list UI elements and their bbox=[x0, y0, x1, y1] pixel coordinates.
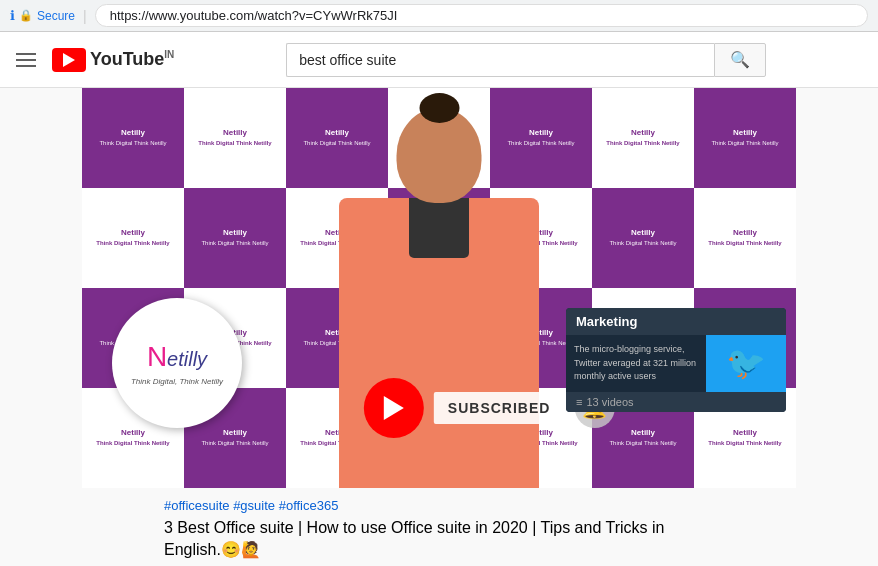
marketing-card-footer: ≡ 13 videos bbox=[566, 392, 786, 412]
secure-text: Secure bbox=[37, 9, 75, 23]
netilly-logo-circle: N etilly Think Digital, Think Netilly bbox=[112, 298, 242, 428]
youtube-wordmark: YouTube bbox=[90, 49, 164, 69]
browser-secure-indicator: ℹ 🔒 Secure bbox=[10, 8, 75, 23]
search-icon: 🔍 bbox=[730, 50, 750, 69]
inner-shirt bbox=[409, 198, 469, 258]
youtube-subscribe-button[interactable] bbox=[364, 378, 424, 438]
videos-count: 13 videos bbox=[586, 396, 633, 408]
youtube-logo-text: YouTubeIN bbox=[90, 49, 174, 70]
netilly-n: N bbox=[147, 341, 167, 373]
info-icon: ℹ bbox=[10, 8, 15, 23]
marketing-card: Marketing The micro-blogging service, Tw… bbox=[566, 308, 786, 412]
country-code: IN bbox=[164, 49, 174, 60]
person-body bbox=[339, 198, 539, 488]
netilly-cell: NetillyThink Digital Think Netilly bbox=[184, 188, 286, 288]
search-container: 🔍 bbox=[286, 43, 766, 77]
netilly-logo-brand: N etilly bbox=[147, 341, 207, 373]
netilly-cell: NetillyThink Digital Think Netilly bbox=[694, 188, 796, 288]
video-container: NetillyThink Digital Think Netilly Netil… bbox=[82, 88, 796, 566]
subscribed-text: SUBSCRIBED bbox=[434, 392, 565, 424]
netilly-rest: etilly bbox=[167, 348, 207, 371]
list-icon: ≡ bbox=[576, 396, 582, 408]
youtube-logo-icon bbox=[52, 48, 86, 72]
browser-bar: ℹ 🔒 Secure | https://www.youtube.com/wat… bbox=[0, 0, 878, 32]
video-player[interactable]: NetillyThink Digital Think Netilly Netil… bbox=[82, 88, 796, 488]
netilly-cell: NetillyThink Digital Think Netilly bbox=[82, 88, 184, 188]
netilly-tagline: Think Digital, Think Netilly bbox=[131, 377, 223, 386]
netilly-cell: NetillyThink Digital Think Netilly bbox=[694, 88, 796, 188]
marketing-card-title: Marketing bbox=[566, 308, 786, 335]
marketing-card-description: The micro-blogging service, Twitter aver… bbox=[566, 335, 706, 392]
netilly-cell: NetillyThink Digital Think Netilly bbox=[184, 88, 286, 188]
netilly-cell: NetillyThink Digital Think Netilly bbox=[82, 188, 184, 288]
twitter-logo-box: 🐦 bbox=[706, 335, 786, 392]
lock-icon: 🔒 bbox=[19, 9, 33, 22]
main-content: NetillyThink Digital Think Netilly Netil… bbox=[0, 88, 878, 566]
url-bar[interactable]: https://www.youtube.com/watch?v=CYwWrRk7… bbox=[95, 4, 868, 27]
below-video: #officesuite #gsuite #office365 3 Best O… bbox=[82, 488, 796, 566]
url-divider: | bbox=[83, 8, 87, 24]
video-title: 3 Best Office suite | How to use Office … bbox=[164, 517, 714, 562]
youtube-header: YouTubeIN 🔍 bbox=[0, 32, 878, 88]
person-head bbox=[397, 108, 482, 203]
hair-bun bbox=[419, 93, 459, 123]
video-background: NetillyThink Digital Think Netilly Netil… bbox=[82, 88, 796, 488]
hashtags[interactable]: #officesuite #gsuite #office365 bbox=[164, 498, 714, 513]
search-input[interactable] bbox=[286, 43, 714, 77]
hamburger-menu[interactable] bbox=[16, 53, 36, 67]
netilly-cell: NetillyThink Digital Think Netilly bbox=[592, 188, 694, 288]
marketing-card-body: The micro-blogging service, Twitter aver… bbox=[566, 335, 786, 392]
twitter-bird-icon: 🐦 bbox=[726, 344, 766, 382]
youtube-logo[interactable]: YouTubeIN bbox=[52, 48, 174, 72]
search-button[interactable]: 🔍 bbox=[714, 43, 766, 77]
netilly-cell: NetillyThink Digital Think Netilly bbox=[592, 88, 694, 188]
